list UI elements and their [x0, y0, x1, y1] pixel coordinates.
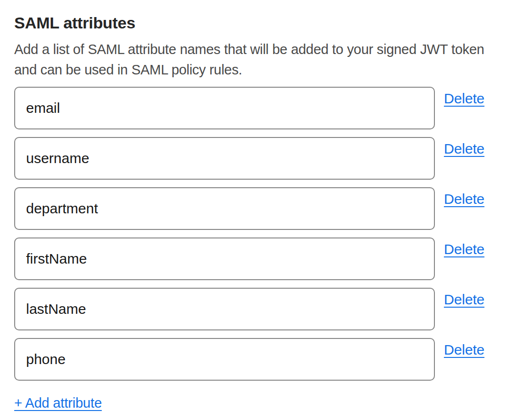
- section-description: Add a list of SAML attribute names that …: [14, 39, 496, 80]
- attribute-name-input[interactable]: [14, 338, 435, 381]
- attribute-name-input[interactable]: [14, 87, 435, 129]
- delete-attribute-link[interactable]: Delete: [444, 242, 485, 257]
- attribute-row: Delete: [14, 87, 496, 129]
- delete-attribute-link[interactable]: Delete: [444, 141, 485, 156]
- attribute-list: Delete Delete Delete Delete Delete Delet…: [14, 87, 496, 381]
- section-title: SAML attributes: [14, 13, 496, 33]
- add-attribute-link[interactable]: + Add attribute: [14, 394, 102, 411]
- delete-attribute-link[interactable]: Delete: [444, 91, 485, 106]
- delete-attribute-link[interactable]: Delete: [444, 192, 485, 207]
- attribute-row: Delete: [14, 338, 496, 381]
- attribute-name-input[interactable]: [14, 187, 435, 230]
- delete-attribute-link[interactable]: Delete: [444, 292, 485, 307]
- attribute-row: Delete: [14, 187, 496, 230]
- saml-attributes-section: SAML attributes Add a list of SAML attri…: [0, 0, 505, 411]
- attribute-name-input[interactable]: [14, 237, 435, 280]
- attribute-row: Delete: [14, 288, 496, 330]
- attribute-name-input[interactable]: [14, 137, 435, 180]
- delete-attribute-link[interactable]: Delete: [444, 342, 485, 357]
- attribute-row: Delete: [14, 137, 496, 180]
- attribute-name-input[interactable]: [14, 288, 435, 330]
- attribute-row: Delete: [14, 237, 496, 280]
